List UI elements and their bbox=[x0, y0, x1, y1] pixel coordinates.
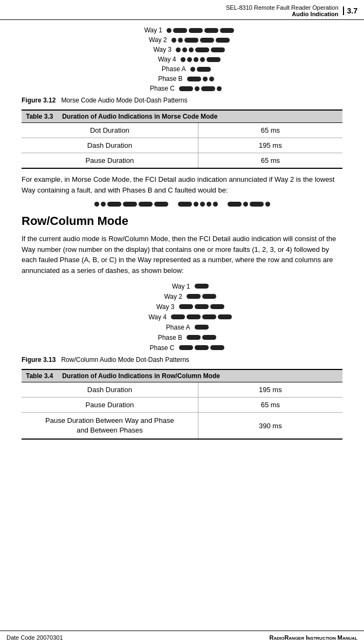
dash bbox=[202, 314, 216, 319]
label-phaseC: Phase C bbox=[142, 85, 179, 92]
diagram-row-phaseC: Phase C bbox=[142, 85, 222, 92]
dot bbox=[200, 57, 205, 62]
table-3-4-data: Dash Duration 195 ms Pause Duration 65 m… bbox=[22, 382, 342, 440]
seq-group-phaseB bbox=[178, 202, 218, 207]
dot bbox=[213, 202, 218, 207]
dot bbox=[243, 202, 248, 207]
rc-dashes-phaseC bbox=[179, 345, 224, 350]
dash bbox=[123, 202, 137, 207]
dash bbox=[211, 47, 225, 52]
morse-diagram: Way 1 Way 2 bbox=[22, 25, 342, 93]
page-container: SEL-8310 Remote Fault Reader Operation A… bbox=[0, 0, 364, 644]
rc-label-phaseC: Phase C bbox=[140, 344, 179, 352]
table-3-4-text: Duration of Audio Indications in Row/Col… bbox=[62, 372, 220, 380]
rc-label-way2: Way 2 bbox=[148, 293, 187, 300]
dot bbox=[176, 47, 181, 52]
dot bbox=[167, 28, 171, 33]
page-footer: Date Code 20070301 RadioRanger Instructi… bbox=[0, 631, 364, 644]
table-cell-label: Dot Duration bbox=[22, 123, 198, 138]
dot bbox=[189, 47, 194, 52]
dash bbox=[250, 202, 264, 207]
dot bbox=[217, 86, 222, 91]
dash bbox=[210, 304, 224, 309]
rc-row-phaseC: Phase C bbox=[140, 344, 224, 352]
figure-3-12-text: Morse Code Audio Mode Dot-Dash Patterns bbox=[61, 97, 187, 104]
dash bbox=[216, 38, 230, 43]
rc-row-phaseB: Phase B bbox=[148, 334, 216, 341]
table-3-3-title: Table 3.3 Duration of Audio Indications … bbox=[22, 109, 342, 123]
dot bbox=[190, 67, 195, 72]
dash bbox=[173, 28, 187, 33]
dash bbox=[220, 28, 234, 33]
section-heading-row-column: Row/Column Mode bbox=[22, 214, 342, 228]
dash bbox=[201, 86, 215, 91]
label-way3: Way 3 bbox=[139, 46, 176, 53]
page-header: SEL-8310 Remote Fault Reader Operation A… bbox=[0, 0, 364, 20]
table-row: Pause Duration 65 ms bbox=[22, 398, 342, 413]
pattern-phaseA bbox=[190, 67, 211, 72]
footer-right: RadioRanger Instruction Manual bbox=[269, 634, 358, 641]
dot bbox=[207, 202, 211, 207]
table-3-4: Table 3.4 Duration of Audio Indications … bbox=[22, 369, 342, 440]
dot bbox=[194, 202, 198, 207]
dash bbox=[187, 294, 201, 299]
dash bbox=[195, 325, 209, 330]
dash bbox=[207, 57, 221, 62]
table-cell-label: Pause Duration Between Way and Phaseand … bbox=[22, 413, 198, 440]
dash bbox=[154, 202, 168, 207]
header-page: 3.7 bbox=[343, 6, 358, 15]
table-cell-value: 195 ms bbox=[198, 382, 342, 398]
label-way1: Way 1 bbox=[130, 26, 167, 34]
table-3-4-number: Table 3.4 bbox=[26, 372, 53, 380]
rc-dashes-way1 bbox=[195, 284, 209, 289]
pattern-phaseB bbox=[187, 77, 214, 81]
table-3-3: Table 3.3 Duration of Audio Indications … bbox=[22, 109, 342, 169]
dot bbox=[200, 202, 205, 207]
footer-left: Date Code 20070301 bbox=[6, 634, 63, 641]
diagram-row-way1: Way 1 bbox=[130, 26, 234, 34]
footer-manual: Instruction Manual bbox=[306, 634, 358, 641]
dash bbox=[200, 38, 214, 43]
dash bbox=[189, 28, 203, 33]
rc-dashes-phaseA bbox=[195, 325, 209, 330]
table-cell-value: 65 ms bbox=[198, 123, 342, 138]
figure-3-13-label: Figure 3.13 bbox=[22, 356, 56, 364]
dash bbox=[107, 202, 121, 207]
table-cell-value: 65 ms bbox=[198, 153, 342, 169]
dash bbox=[171, 314, 185, 319]
table-3-3-data: Dot Duration 65 ms Dash Duration 195 ms … bbox=[22, 123, 342, 169]
dash bbox=[179, 345, 193, 350]
figure-3-12-label: Figure 3.12 bbox=[22, 97, 56, 104]
rc-label-way4: Way 4 bbox=[132, 313, 171, 321]
dot bbox=[203, 77, 208, 81]
diagram-row-phaseA: Phase A bbox=[154, 65, 211, 73]
header-section: Audio Indication bbox=[226, 11, 339, 17]
dash bbox=[195, 47, 209, 52]
rc-dashes-way2 bbox=[187, 294, 216, 299]
dash bbox=[179, 304, 193, 309]
rc-row-way2: Way 2 bbox=[148, 293, 216, 300]
dot bbox=[182, 47, 187, 52]
table-cell-label: Pause Duration bbox=[22, 153, 198, 169]
dash bbox=[179, 86, 193, 91]
dash bbox=[218, 314, 232, 319]
table-3-3-number: Table 3.3 bbox=[26, 113, 53, 120]
dot bbox=[171, 38, 176, 43]
table-row: Dot Duration 65 ms bbox=[22, 123, 342, 138]
dot bbox=[209, 77, 214, 81]
pattern-phaseC bbox=[179, 86, 222, 91]
dash bbox=[195, 284, 209, 289]
pattern-way1 bbox=[167, 28, 234, 33]
body-text-1: For example, in Morse Code Mode, the FCI… bbox=[22, 174, 342, 195]
seq-group-phaseC bbox=[228, 202, 270, 207]
dash bbox=[195, 304, 209, 309]
dash bbox=[187, 77, 201, 81]
table-3-4-title: Table 3.4 Duration of Audio Indications … bbox=[22, 369, 342, 382]
label-way2: Way 2 bbox=[135, 36, 171, 44]
dot bbox=[187, 57, 192, 62]
footer-brand: RadioRanger bbox=[269, 634, 304, 641]
pattern-way2 bbox=[171, 38, 230, 43]
figure-3-12-caption: Figure 3.12 Morse Code Audio Mode Dot-Da… bbox=[22, 97, 342, 104]
dash bbox=[139, 202, 153, 207]
rc-row-way4: Way 4 bbox=[132, 313, 232, 321]
